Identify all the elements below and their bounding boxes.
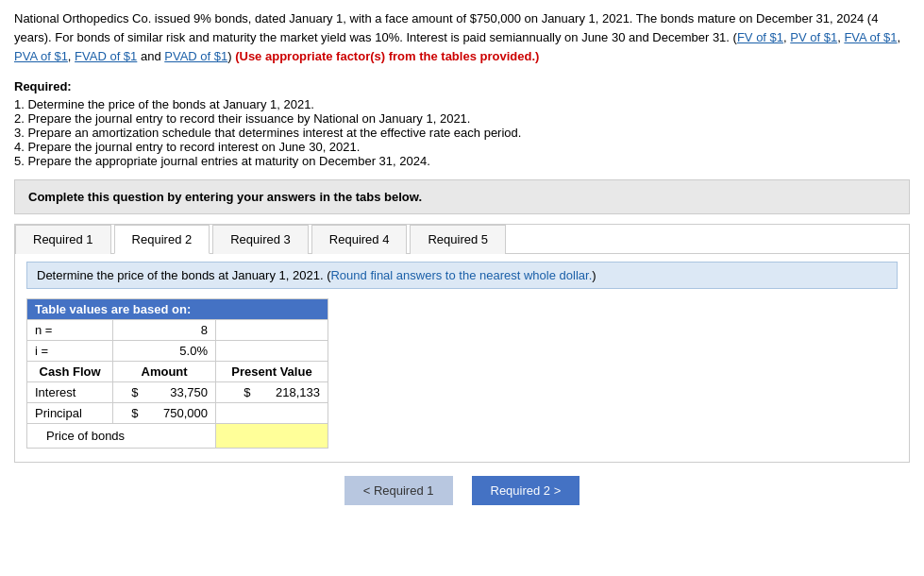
i-input[interactable] <box>151 344 208 358</box>
values-table: Table values are based on: n = i = <box>26 298 328 449</box>
table-title: Table values are based on: <box>27 299 328 320</box>
req-item-1: 1. Determine the price of the bonds at J… <box>14 97 910 111</box>
n-label: n = <box>27 320 113 341</box>
interest-label: Interest <box>27 382 113 403</box>
required-header: Required: <box>14 79 910 93</box>
price-label: Price of bonds <box>27 424 216 449</box>
principal-dollar1: $ <box>131 406 138 420</box>
interest-pv-input[interactable] <box>254 385 320 399</box>
prev-button[interactable]: < Required 1 <box>344 476 453 505</box>
interest-amount-cell[interactable]: $ <box>113 382 216 403</box>
interest-pv-cell[interactable]: $ <box>216 382 328 403</box>
tab-required-1[interactable]: Required 1 <box>15 225 111 254</box>
pva-link[interactable]: PVA of $1 <box>14 49 68 63</box>
i-label: i = <box>27 341 113 362</box>
table-section: Table values are based on: n = i = <box>26 298 898 449</box>
bold-instruction: (Use appropriate factor(s) from the tabl… <box>235 49 539 63</box>
required-section: Required: 1. Determine the price of the … <box>14 79 910 168</box>
n-input[interactable] <box>151 323 208 337</box>
price-value-input[interactable] <box>235 427 320 445</box>
interest-dollar1: $ <box>131 385 138 399</box>
req-item-4: 4. Prepare the journal entry to record i… <box>14 140 910 154</box>
tab-required-3[interactable]: Required 3 <box>212 225 309 254</box>
col-header-amount: Amount <box>113 362 216 382</box>
problem-text: National Orthopedics Co. issued 9% bonds… <box>14 9 910 66</box>
col-header-pv: Present Value <box>216 362 328 382</box>
table-row-price: Price of bonds <box>27 424 328 449</box>
principal-amount-cell[interactable]: $ <box>113 403 216 424</box>
tabs-container: Required 1 Required 2 Required 3 Require… <box>14 224 910 463</box>
sub-instruction-colored: Round final answers to the nearest whole… <box>330 268 592 282</box>
tabs-row: Required 1 Required 2 Required 3 Require… <box>15 225 909 254</box>
price-value-cell[interactable] <box>216 424 328 449</box>
principal-label: Principal <box>27 403 113 424</box>
table-row-interest: Interest $ $ <box>27 382 328 403</box>
tab-required-4[interactable]: Required 4 <box>311 225 408 254</box>
req-item-3: 3. Prepare an amortization schedule that… <box>14 126 910 140</box>
tab-required-5[interactable]: Required 5 <box>410 225 506 254</box>
col-header-cashflow: Cash Flow <box>27 362 113 382</box>
principal-amount-input[interactable] <box>142 406 208 420</box>
interest-amount-input[interactable] <box>142 385 208 399</box>
interest-dollar2: $ <box>244 385 250 399</box>
fv-link[interactable]: FV of $1 <box>737 30 783 44</box>
nav-buttons: < Required 1 Required 2 > <box>14 476 910 515</box>
sub-instruction: Determine the price of the bonds at Janu… <box>26 262 898 289</box>
principal-pv-input[interactable] <box>244 406 320 420</box>
pvad-link[interactable]: PVAD of $1 <box>164 49 227 63</box>
pv-link[interactable]: PV of $1 <box>790 30 837 44</box>
next-button[interactable]: Required 2 > <box>472 476 580 505</box>
fva-link[interactable]: FVA of $1 <box>844 30 897 44</box>
req-item-5: 5. Prepare the appropriate journal entri… <box>14 154 910 168</box>
principal-pv-cell[interactable] <box>216 403 328 424</box>
req-item-2: 2. Prepare the journal entry to record t… <box>14 111 910 126</box>
i-cell[interactable] <box>113 341 216 362</box>
fvad-link[interactable]: FVAD of $1 <box>75 49 137 63</box>
table-row-principal: Principal $ <box>27 403 328 424</box>
n-cell[interactable] <box>113 320 216 341</box>
tab-content: Determine the price of the bonds at Janu… <box>15 254 909 462</box>
tab-required-2[interactable]: Required 2 <box>114 225 210 254</box>
instruction-box: Complete this question by entering your … <box>14 179 910 214</box>
